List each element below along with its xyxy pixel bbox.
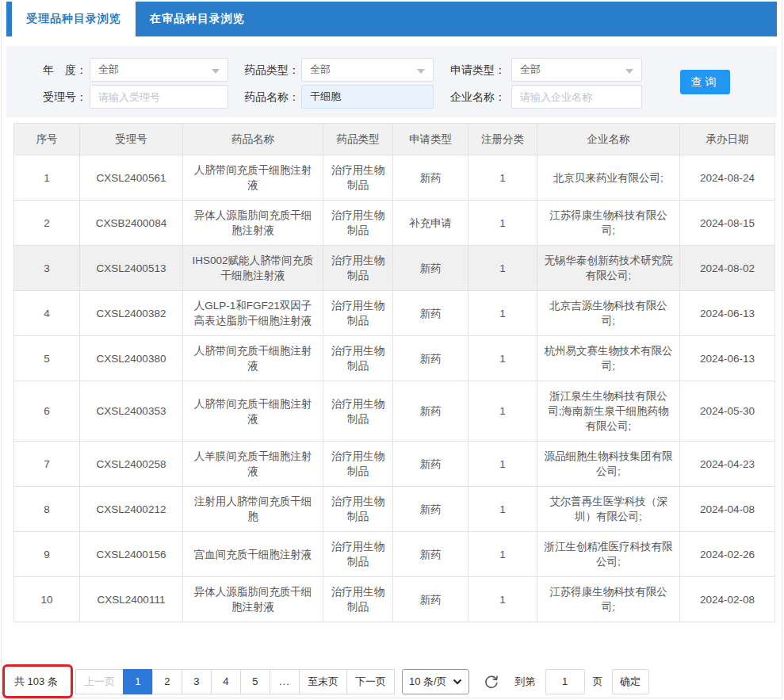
table-header-cell: 序号 (14, 124, 80, 155)
tab-under-review-catalog[interactable]: 在审品种目录浏览 (136, 2, 259, 36)
page-button[interactable]: 5 (240, 669, 270, 694)
table-row[interactable]: 10CXSL2400111异体人源脂肪间充质干细胞注射液治疗用生物制品新药1江苏… (14, 577, 775, 622)
table-cell: CXSL2400258 (80, 442, 183, 487)
table-cell: 1 (14, 155, 80, 201)
table-row[interactable]: 1CXSL2400561人脐带间充质干细胞注射液治疗用生物制品新药1北京贝来药业… (14, 155, 775, 201)
company-name-input[interactable] (511, 85, 642, 109)
last-page-button[interactable]: 至末页 (299, 669, 347, 694)
table-cell: 异体人源脂肪间充质干细胞注射液 (183, 201, 323, 246)
page-button[interactable]: 4 (211, 669, 241, 694)
table-row[interactable]: 8CXSL2400212注射用人脐带间充质干细胞治疗用生物制品新药1艾尔普再生医… (14, 487, 775, 532)
total-count: 共 103 条 (14, 675, 58, 689)
page-ellipsis[interactable]: ... (270, 669, 300, 694)
confirm-button[interactable]: 确定 (612, 669, 649, 694)
page-size-value: 10 条/页 (409, 675, 447, 689)
table-cell: 8 (14, 487, 80, 532)
prev-page-button[interactable]: 上一页 (75, 669, 124, 694)
table-header-row: 序号受理号药品名称药品类型申请类型注册分类企业名称承办日期 (14, 124, 775, 155)
table-cell: 1 (468, 381, 537, 442)
table-cell: 2024-04-23 (680, 442, 775, 487)
table-cell: 异体人源脂肪间充质干细胞注射液 (183, 577, 323, 622)
tab-accepted-catalog[interactable]: 受理品种目录浏览 (12, 2, 136, 36)
search-button[interactable]: 查询 (680, 70, 730, 94)
drug-type-select[interactable]: 全部 (301, 58, 434, 82)
table-cell: 新药 (393, 155, 468, 201)
table-cell: 2024-05-30 (680, 381, 775, 442)
table-row[interactable]: 6CXSL2400353人脐带间充质干细胞注射液治疗用生物制品新药1浙江泉生生物… (14, 381, 775, 442)
table-cell: 1 (468, 246, 537, 291)
table-cell: 新药 (393, 442, 468, 487)
table-row[interactable]: 4CXSL2400382人GLP-1和FGF21双因子高表达脂肪干细胞注射液治疗… (14, 291, 775, 336)
table-row[interactable]: 9CXSL2400156宫血间充质干细胞注射液治疗用生物制品新药1浙江生创精准医… (14, 532, 775, 577)
annotation-box: 共 103 条 (2, 664, 73, 698)
table-header-cell: 药品类型 (323, 124, 393, 155)
table-row[interactable]: 3CXSL2400513IHS002赋能人脐带间充质干细胞注射液治疗用生物制品新… (14, 246, 775, 291)
table-cell: 2024-06-13 (680, 336, 775, 381)
page-button[interactable]: 1 (123, 669, 153, 694)
table-cell: 人脐带间充质干细胞注射液 (183, 381, 323, 442)
table-cell: 北京贝来药业有限公司; (537, 155, 680, 201)
table-cell: CXSL2400353 (80, 381, 183, 442)
table-row[interactable]: 7CXSL2400258人羊膜间充质干细胞注射液治疗用生物制品新药1源品细胞生物… (14, 442, 775, 487)
table-cell: 2024-08-02 (680, 246, 775, 291)
table-cell: 人GLP-1和FGF21双因子高表达脂肪干细胞注射液 (183, 291, 323, 336)
table-header-cell: 受理号 (80, 124, 183, 155)
table-cell: 治疗用生物制品 (323, 442, 393, 487)
refresh-button[interactable] (483, 673, 500, 690)
year-select[interactable]: 全部 (90, 58, 228, 82)
table-header-cell: 药品名称 (183, 124, 323, 155)
table-cell: 江苏得康生物科技有限公司; (537, 201, 680, 246)
table-cell: 新药 (393, 577, 468, 622)
table-cell: 新药 (393, 336, 468, 381)
chevron-down-icon (453, 679, 462, 685)
table-cell: 治疗用生物制品 (323, 291, 393, 336)
table-cell: CXSB2400084 (80, 201, 183, 246)
table-row[interactable]: 2CXSB2400084异体人源脂肪间充质干细胞注射液治疗用生物制品补充申请1江… (14, 201, 775, 246)
goto-page-input[interactable] (545, 669, 585, 694)
company-name-label: 企业名称： (444, 85, 506, 109)
application-type-select[interactable]: 全部 (511, 58, 642, 82)
table-cell: 治疗用生物制品 (323, 381, 393, 442)
page-unit-label: 页 (593, 675, 603, 689)
table-cell: CXSL2400111 (80, 577, 183, 622)
table-cell: 治疗用生物制品 (323, 577, 393, 622)
refresh-icon (483, 673, 500, 690)
drug-type-select-value: 全部 (310, 63, 331, 75)
table-cell: 源品细胞生物科技集团有限公司; (537, 442, 680, 487)
table-row[interactable]: 5CXSL2400380人脐带间充质干细胞注射液治疗用生物制品新药1杭州易文赛生… (14, 336, 775, 381)
table-cell: 2024-08-15 (680, 201, 775, 246)
table-cell: 补充申请 (393, 201, 468, 246)
table-cell: 9 (14, 532, 80, 577)
next-page-button[interactable]: 下一页 (346, 669, 395, 694)
table-cell: 新药 (393, 381, 468, 442)
table-cell: 1 (468, 336, 537, 381)
page-button[interactable]: 2 (152, 669, 182, 694)
table-cell: 治疗用生物制品 (323, 487, 393, 532)
table-cell: 2024-06-13 (680, 291, 775, 336)
table-cell: 3 (14, 246, 80, 291)
page-size-select[interactable]: 10 条/页 (402, 669, 469, 694)
table-cell: CXSL2400561 (80, 155, 183, 201)
table-cell: 治疗用生物制品 (323, 246, 393, 291)
tab-bar: 受理品种目录浏览 在审品种目录浏览 (6, 2, 777, 36)
table-cell: 江苏得康生物科技有限公司; (537, 577, 680, 622)
table-cell: 6 (14, 381, 80, 442)
table-cell: IHS002赋能人脐带间充质干细胞注射液 (183, 246, 323, 291)
acceptance-no-input[interactable] (90, 85, 228, 109)
table-cell: 浙江生创精准医疗科技有限公司; (537, 532, 680, 577)
table-cell: 10 (14, 577, 80, 622)
table-cell: 1 (468, 201, 537, 246)
results-table: 序号受理号药品名称药品类型申请类型注册分类企业名称承办日期 1CXSL24005… (13, 123, 775, 622)
table-cell: CXSL2400380 (80, 336, 183, 381)
table-cell: 新药 (393, 246, 468, 291)
table-header-cell: 企业名称 (537, 124, 680, 155)
table-cell: CXSL2400156 (80, 532, 183, 577)
table-cell: CXSL2400382 (80, 291, 183, 336)
table-cell: 艾尔普再生医学科技（深圳）有限公司; (537, 487, 680, 532)
table-cell: 1 (468, 291, 537, 336)
table-cell: 新药 (393, 532, 468, 577)
table-cell: 2024-04-08 (680, 487, 775, 532)
table-cell: 治疗用生物制品 (323, 201, 393, 246)
drug-name-input[interactable] (301, 85, 434, 109)
page-button[interactable]: 3 (182, 669, 212, 694)
